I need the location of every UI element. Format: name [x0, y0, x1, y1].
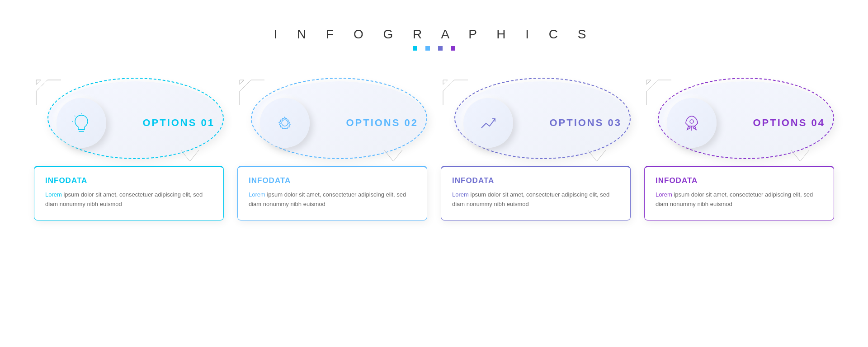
bubble-pointer-4-icon	[791, 150, 809, 164]
circle-icon-2	[260, 98, 310, 148]
svg-line-12	[240, 80, 251, 91]
card-bottom-2: INFODATA Lorem ipsum dolor sit amet, con…	[237, 166, 427, 220]
infodata-title-3: INFODATA	[452, 176, 619, 185]
body-text-2: ipsum dolor sit amet, consectetuer adipi…	[249, 191, 406, 207]
infodata-title-1: INFODATA	[45, 176, 212, 185]
svg-point-15	[282, 120, 288, 126]
card-4: OPTIONS 04 INFODATA Lorem ipsum dolor si…	[644, 78, 834, 220]
body-text-1: ipsum dolor sit amet, consectetuer adipi…	[45, 191, 203, 207]
bubble-pointer-3-icon	[588, 150, 606, 164]
info-text-4: Lorem ipsum dolor sit amet, consectetuer…	[656, 190, 823, 209]
bulb-icon	[71, 113, 92, 133]
info-text-3: Lorem ipsum dolor sit amet, consectetuer…	[452, 190, 619, 209]
card-2-top: OPTIONS 02	[237, 78, 427, 168]
lorem-word-2: Lorem	[249, 191, 265, 198]
dot-4-icon	[451, 46, 455, 51]
svg-rect-1	[425, 46, 430, 51]
lorem-word-4: Lorem	[656, 191, 672, 198]
dot-1-icon	[413, 46, 417, 51]
svg-line-4	[36, 80, 47, 91]
card-bottom-1: INFODATA Lorem ipsum dolor sit amet, con…	[34, 166, 224, 220]
card-1: OPTIONS 01 INFODATA Lorem ipsum dolor si…	[34, 78, 224, 220]
body-text-3: ipsum dolor sit amet, consectetuer adipi…	[452, 191, 609, 207]
svg-point-22	[690, 120, 693, 123]
cards-container: OPTIONS 01 INFODATA Lorem ipsum dolor si…	[7, 78, 861, 220]
rocket-icon	[681, 113, 702, 133]
card-3: OPTIONS 03 INFODATA Lorem ipsum dolor si…	[441, 78, 631, 220]
page-title: I N F O G R A P H I C S	[274, 27, 594, 42]
svg-line-16	[443, 80, 454, 91]
infodata-title-4: INFODATA	[656, 176, 823, 185]
info-text-1: Lorem ipsum dolor sit amet, consectetuer…	[45, 190, 212, 209]
svg-line-10	[75, 116, 75, 117]
option-label-2: OPTIONS 02	[346, 117, 418, 129]
card-bottom-3: INFODATA Lorem ipsum dolor sit amet, con…	[441, 166, 631, 220]
svg-rect-0	[413, 46, 417, 51]
card-bottom-4: INFODATA Lorem ipsum dolor sit amet, con…	[644, 166, 834, 220]
circle-icon-4	[667, 98, 717, 148]
card-4-top: OPTIONS 04	[644, 78, 834, 168]
dot-2-icon	[425, 46, 430, 51]
card-3-top: OPTIONS 03	[441, 78, 631, 168]
page-header: I N F O G R A P H I C S	[274, 27, 594, 51]
lorem-word-3: Lorem	[452, 191, 469, 198]
gear-icon	[274, 113, 295, 133]
bubble-pointer-2-icon	[384, 150, 402, 164]
card-2: OPTIONS 02 INFODATA Lorem ipsum dolor si…	[237, 78, 427, 220]
bubble-pointer-1-icon	[181, 150, 199, 164]
svg-rect-2	[438, 46, 443, 51]
info-text-2: Lorem ipsum dolor sit amet, consectetuer…	[249, 190, 416, 209]
card-1-top: OPTIONS 01	[34, 78, 224, 168]
option-label-4: OPTIONS 04	[753, 117, 825, 129]
svg-rect-3	[451, 46, 455, 51]
circle-icon-1	[57, 98, 106, 148]
header-dots	[274, 46, 594, 51]
dot-3-icon	[438, 46, 443, 51]
option-label-1: OPTIONS 01	[142, 117, 215, 129]
option-label-3: OPTIONS 03	[549, 117, 622, 129]
circle-icon-3	[463, 98, 513, 148]
chart-icon	[478, 113, 499, 133]
infodata-title-2: INFODATA	[249, 176, 416, 185]
svg-line-19	[646, 80, 658, 91]
body-text-4: ipsum dolor sit amet, consectetuer adipi…	[656, 191, 813, 207]
lorem-word-1: Lorem	[45, 191, 62, 198]
